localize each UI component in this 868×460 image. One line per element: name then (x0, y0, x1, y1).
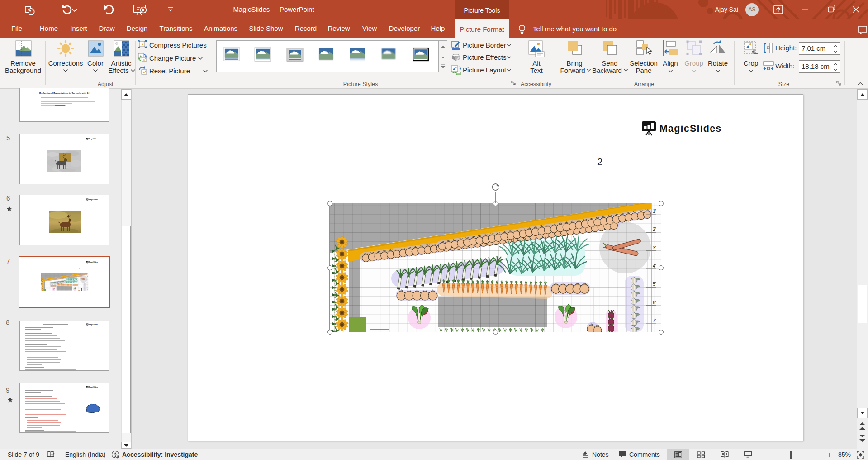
svg-text:MagicSlides: MagicSlides (659, 123, 721, 134)
svg-text:MagicSlides: MagicSlides (89, 324, 98, 326)
svg-text:MagicSlides: MagicSlides (89, 138, 98, 140)
svg-text:MagicSlides: MagicSlides (89, 199, 98, 201)
svg-text:MagicSlides: MagicSlides (89, 261, 98, 263)
svg-text:MagicSlides: MagicSlides (89, 386, 98, 388)
